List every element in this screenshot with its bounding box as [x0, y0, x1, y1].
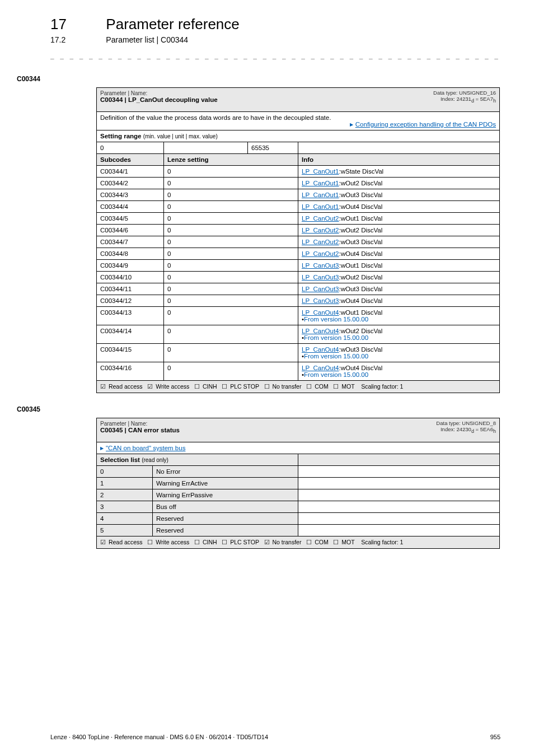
table-row-subcode: C00344/16 — [97, 362, 164, 381]
table-row-subcode: C00344/6 — [97, 225, 164, 236]
link-canout[interactable]: LP_CanOut2 — [302, 227, 339, 234]
selection-row-number: 3 — [97, 501, 153, 513]
table-row-setting: 0 — [164, 248, 298, 260]
selection-row-text: Reserved — [153, 513, 298, 525]
table-c00344: Parameter | Name: C00344 | LP_CanOut dec… — [96, 87, 500, 393]
selection-row-number: 4 — [97, 513, 153, 525]
table-row-subcode: C00344/8 — [97, 248, 164, 260]
section-number: 17.2 — [50, 35, 104, 44]
selection-row-number: 1 — [97, 478, 153, 489]
datatype-line2: Index: 24231d = 5EA7h — [433, 96, 496, 104]
link-canout[interactable]: LP_CanOut4 — [302, 346, 339, 353]
table-row-subcode: C00344/2 — [97, 178, 164, 189]
link-configuring-exception[interactable]: Configuring exception handling of the CA… — [350, 121, 496, 128]
table-row-setting: 0 — [164, 325, 298, 344]
setting-range-label: Setting range — [100, 133, 143, 139]
link-canout[interactable]: LP_CanOut1 — [302, 203, 339, 210]
link-canout[interactable]: LP_CanOut4 — [302, 309, 339, 316]
selection-row-number: 0 — [97, 466, 153, 478]
table-row-subcode: C00344/10 — [97, 272, 164, 283]
footer-page-number: 955 — [490, 734, 500, 740]
table-row-info: LP_CanOut1:wOut2 DiscVal — [298, 178, 500, 189]
table-row-subcode: C00344/9 — [97, 260, 164, 272]
table-row-info: LP_CanOut1:wOut3 DiscVal — [298, 189, 500, 201]
table-row-info: LP_CanOut4:wOut3 DiscValFrom version 15.… — [298, 344, 500, 362]
table-row-info: LP_CanOut1:wOut4 DiscVal — [298, 201, 500, 213]
link-canout[interactable]: LP_CanOut3 — [302, 297, 339, 304]
table-c00345: Parameter | Name: C00345 | CAN error sta… — [96, 418, 500, 549]
link-canout[interactable]: LP_CanOut1 — [302, 180, 339, 186]
link-canout[interactable]: LP_CanOut3 — [302, 274, 339, 281]
col-info: Info — [298, 154, 500, 166]
flags-row-c00344: ☑ Read access ☑ Write access ☐ CINH ☐ PL… — [97, 381, 500, 393]
col-subcodes: Subcodes — [97, 154, 164, 166]
selection-row-number: 5 — [97, 525, 153, 536]
table-row-setting: 0 — [164, 307, 298, 325]
table-row-setting: 0 — [164, 260, 298, 272]
link-can-on-board[interactable]: "CAN on board" system bus — [100, 445, 185, 451]
link-canout[interactable]: LP_CanOut2 — [302, 215, 339, 222]
table-row-info: LP_CanOut2:wOut1 DiscVal — [298, 213, 500, 225]
table-row-subcode: C00344/15 — [97, 344, 164, 362]
link-canout[interactable]: LP_CanOut3 — [302, 262, 339, 269]
link-canout[interactable]: LP_CanOut1 — [302, 192, 339, 198]
datatype-line2-2: Index: 24230d = 5EA6h — [436, 426, 496, 435]
flags-row-c00345: ☑ Read access ☐ Write access ☐ CINH ☐ PL… — [97, 536, 500, 549]
table-row-info: LP_CanOut1:wState DiscVal — [298, 166, 500, 178]
col-lenze-setting: Lenze setting — [164, 154, 298, 166]
selection-list-label: Selection list — [100, 456, 142, 463]
selection-row-text: Bus off — [153, 501, 298, 513]
table-row-info: LP_CanOut4:wOut1 DiscValFrom version 15.… — [298, 307, 500, 325]
table-row-subcode: C00344/11 — [97, 283, 164, 295]
table-row-subcode: C00344/1 — [97, 166, 164, 178]
table-row-info: LP_CanOut4:wOut4 DiscValFrom version 15.… — [298, 362, 500, 381]
definition-text: Definition of the value the process data… — [100, 114, 496, 121]
separator-line: _ _ _ _ _ _ _ _ _ _ _ _ _ _ _ _ _ _ _ _ … — [50, 52, 500, 59]
table-row-setting: 0 — [164, 178, 298, 189]
table-row-subcode: C00344/7 — [97, 236, 164, 248]
param-anchor-c00345: C00345 — [17, 405, 500, 413]
datatype-line1-2: Data type: UNSIGNED_8 — [436, 420, 496, 426]
table-row-setting: 0 — [164, 295, 298, 307]
selection-row-text: No Error — [153, 466, 298, 478]
table-row-subcode: C00344/14 — [97, 325, 164, 344]
footer-left: Lenze · 8400 TopLine · Reference manual … — [50, 734, 268, 740]
table-row-info: LP_CanOut2:wOut3 DiscVal — [298, 236, 500, 248]
section-title: Parameter list | C00344 — [106, 35, 188, 44]
table-row-setting: 0 — [164, 201, 298, 213]
selection-row-number: 2 — [97, 489, 153, 501]
chapter-title: Parameter reference — [106, 16, 239, 33]
table-row-info: LP_CanOut4:wOut2 DiscValFrom version 15.… — [298, 325, 500, 344]
selection-row-text: Reserved — [153, 525, 298, 536]
table-row-setting: 0 — [164, 362, 298, 381]
range-max: 65535 — [248, 142, 298, 154]
link-canout[interactable]: LP_CanOut2 — [302, 239, 339, 245]
link-canout[interactable]: LP_CanOut1 — [302, 168, 339, 175]
table-row-setting: 0 — [164, 344, 298, 362]
table-row-info: LP_CanOut3:wOut2 DiscVal — [298, 272, 500, 283]
link-canout[interactable]: LP_CanOut3 — [302, 286, 339, 292]
table-row-setting: 0 — [164, 283, 298, 295]
link-canout[interactable]: LP_CanOut4 — [302, 328, 339, 334]
table-row-setting: 0 — [164, 272, 298, 283]
range-min: 0 — [97, 142, 164, 154]
selection-row-text: Warning ErrActive — [153, 478, 298, 489]
table-row-info: LP_CanOut2:wOut2 DiscVal — [298, 225, 500, 236]
selection-row-text: Warning ErrPassive — [153, 489, 298, 501]
datatype-line1: Data type: UNSIGNED_16 — [433, 90, 496, 96]
table-row-subcode: C00344/12 — [97, 295, 164, 307]
table-row-info: LP_CanOut3:wOut3 DiscVal — [298, 283, 500, 295]
table-row-setting: 0 — [164, 189, 298, 201]
link-canout[interactable]: LP_CanOut2 — [302, 250, 339, 257]
table-row-setting: 0 — [164, 213, 298, 225]
table-row-subcode: C00344/13 — [97, 307, 164, 325]
table-row-subcode: C00344/3 — [97, 189, 164, 201]
table-row-info: LP_CanOut3:wOut4 DiscVal — [298, 295, 500, 307]
link-canout[interactable]: LP_CanOut4 — [302, 365, 339, 371]
table-row-info: LP_CanOut2:wOut4 DiscVal — [298, 248, 500, 260]
table-row-subcode: C00344/4 — [97, 201, 164, 213]
table-row-setting: 0 — [164, 166, 298, 178]
chapter-number: 17 — [50, 16, 104, 33]
table-row-subcode: C00344/5 — [97, 213, 164, 225]
table-row-info: LP_CanOut3:wOut1 DiscVal — [298, 260, 500, 272]
